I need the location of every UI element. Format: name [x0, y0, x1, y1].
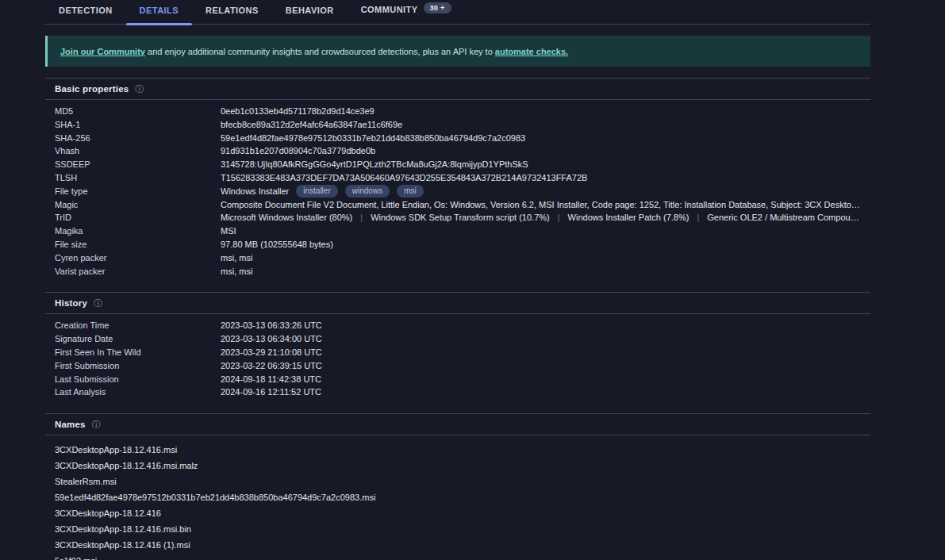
md5-value: 0eeb1c0133eb4d571178b2d9d14ce3e9 [221, 105, 861, 118]
trid-separator: | [697, 213, 699, 222]
list-item: StealerRsm.msi [45, 474, 870, 489]
row-label: Creation Time [55, 319, 221, 332]
tab-relations-label: RELATIONS [206, 6, 259, 15]
tab-details-label: DETAILS [140, 6, 179, 15]
table-row: File size 97.80 MB (102555648 bytes) [45, 238, 870, 251]
history-header: History ⓘ [45, 293, 870, 314]
list-item: 3CXDesktopApp-18.12.416.msi [45, 442, 870, 458]
tab-bar: DETECTION DETAILS RELATIONS BEHAVIOR COM… [45, 0, 870, 25]
tag-msi[interactable]: msi [397, 185, 424, 198]
cyren-packer-value: msi, msi [221, 251, 861, 265]
basic-properties-title: Basic properties [55, 84, 129, 94]
sha256-value: 59e1edf4d82fae4978e97512b0331b7eb21dd4b8… [221, 132, 861, 145]
row-label: File type [55, 185, 221, 198]
tab-community-label: COMMUNITY [361, 5, 418, 14]
table-row: Creation Time 2023-03-13 06:33:26 UTC [45, 319, 870, 332]
table-row: SHA-1 bfecb8ce89a312d2ef4afc64a63847ae11… [45, 118, 870, 132]
trid-item: Generic OLE2 / Multistream Compound (1.4… [707, 213, 861, 222]
community-banner-text: Join our Community and enjoy additional … [60, 47, 568, 56]
trid-separator: | [360, 213, 363, 222]
community-banner: Join our Community and enjoy additional … [45, 36, 870, 67]
trid-separator: | [558, 213, 560, 222]
info-icon[interactable]: ⓘ [135, 85, 144, 94]
magic-value: Composite Document File V2 Document, Lit… [221, 198, 861, 212]
file-type-text: Windows Installer [221, 186, 289, 196]
history-section: History ⓘ Creation Time 2023-03-13 06:33… [45, 292, 870, 413]
table-row: Last Analysis 2024-09-16 12:11:52 UTC [45, 385, 870, 399]
basic-properties-header: Basic properties ⓘ [45, 79, 870, 100]
row-label: Vhash [55, 144, 221, 158]
table-row: SSDEEP 3145728:UjIq80AfkRGgGGo4yrtD1PQLz… [45, 158, 870, 171]
magika-value: MSI [221, 224, 861, 238]
tab-details[interactable]: DETAILS [126, 6, 192, 24]
vhash-value: 91d931b1e207d08904c70a3779dbde0b [221, 144, 861, 158]
names-section: Names ⓘ 3CXDesktopApp-18.12.416.msi 3CXD… [45, 413, 870, 560]
list-item: 3CXDesktopApp-18.12.416 [45, 505, 870, 521]
list-item: 3CXDesktopApp-18.12.416.msi.malz [45, 458, 870, 474]
trid-item: Microsoft Windows Installer (80%) [221, 213, 352, 222]
tab-behavior[interactable]: BEHAVIOR [272, 6, 348, 24]
trid-item: Windows Installer Patch (7.8%) [568, 213, 690, 222]
history-rows: Creation Time 2023-03-13 06:33:26 UTC Si… [45, 314, 870, 413]
row-label: Signature Date [55, 332, 221, 346]
row-label: Last Submission [55, 373, 221, 386]
row-label: First Submission [55, 359, 221, 373]
info-icon[interactable]: ⓘ [92, 420, 101, 429]
names-title: Names [55, 420, 86, 429]
row-label: Varist packer [55, 265, 221, 278]
names-header: Names ⓘ [45, 414, 870, 435]
table-row: Magika MSI [45, 224, 870, 238]
trid-item: Windows SDK Setup Transform script (10.7… [371, 213, 550, 222]
last-analysis-value: 2024-09-16 12:11:52 UTC [221, 385, 861, 399]
basic-properties-rows: MD5 0eeb1c0133eb4d571178b2d9d14ce3e9 SHA… [45, 100, 870, 292]
tab-community[interactable]: COMMUNITY 30 + [348, 4, 465, 24]
community-count-badge: 30 + [424, 2, 451, 13]
sha1-value: bfecb8ce89a312d2ef4afc64a63847ae11c6f69e [221, 118, 861, 132]
last-submission-value: 2024-09-18 11:42:38 UTC [221, 373, 861, 386]
table-row: Magic Composite Document File V2 Documen… [45, 198, 870, 212]
table-row: Cyren packer msi, msi [45, 251, 870, 265]
row-label: SSDEEP [55, 158, 221, 171]
basic-properties-section: Basic properties ⓘ MD5 0eeb1c0133eb4d571… [45, 78, 870, 292]
row-label: Cyren packer [55, 251, 221, 265]
file-type-value: Windows Installer installer windows msi [221, 185, 861, 198]
table-row: First Seen In The Wild 2023-03-29 21:10:… [45, 346, 870, 359]
tab-relations[interactable]: RELATIONS [192, 6, 272, 24]
history-title: History [55, 298, 87, 308]
creation-time-value: 2023-03-13 06:33:26 UTC [221, 319, 861, 332]
list-item: 59e1edf4d82fae4978e97512b0331b7eb21dd4b8… [45, 489, 870, 505]
tab-detection-label: DETECTION [59, 6, 113, 15]
tlsh-value: T156283383E483A373DEF7DA73A506460A97643D… [221, 171, 861, 185]
tab-detection[interactable]: DETECTION [45, 6, 126, 24]
table-row: TLSH T156283383E483A373DEF7DA73A506460A9… [45, 171, 870, 185]
row-label: MD5 [55, 105, 221, 118]
banner-middle-text: and enjoy additional community insights … [148, 47, 493, 56]
tag-installer[interactable]: installer [296, 185, 337, 198]
names-list: 3CXDesktopApp-18.12.416.msi 3CXDesktopAp… [45, 435, 870, 560]
varist-packer-value: msi, msi [221, 265, 861, 278]
table-row: TrID Microsoft Windows Installer (80%)|W… [45, 211, 870, 224]
table-row: Vhash 91d931b1e207d08904c70a3779dbde0b [45, 144, 870, 158]
table-row: Signature Date 2023-03-13 06:34:00 UTC [45, 332, 870, 346]
trid-value: Microsoft Windows Installer (80%)|Window… [221, 211, 861, 224]
signature-date-value: 2023-03-13 06:34:00 UTC [221, 332, 861, 346]
row-label: SHA-1 [55, 118, 221, 132]
list-item: 3CXDesktopApp-18.12.416.msi.bin [45, 521, 870, 537]
automate-checks-link[interactable]: automate checks. [495, 47, 568, 56]
first-seen-value: 2023-03-29 21:10:08 UTC [221, 346, 861, 359]
file-size-value: 97.80 MB (102555648 bytes) [221, 238, 861, 251]
table-row: Last Submission 2024-09-18 11:42:38 UTC [45, 373, 870, 386]
details-page: DETECTION DETAILS RELATIONS BEHAVIOR COM… [45, 0, 870, 560]
row-label: First Seen In The Wild [55, 346, 221, 359]
table-row: Varist packer msi, msi [45, 265, 870, 278]
join-community-link[interactable]: Join our Community [60, 47, 145, 56]
info-icon[interactable]: ⓘ [94, 299, 102, 308]
tag-windows[interactable]: windows [345, 185, 390, 198]
row-label: TLSH [55, 171, 221, 185]
row-label: Magika [55, 224, 221, 238]
table-row: MD5 0eeb1c0133eb4d571178b2d9d14ce3e9 [45, 105, 870, 118]
row-label: SHA-256 [55, 132, 221, 145]
row-label: Magic [55, 198, 221, 212]
tab-behavior-label: BEHAVIOR [286, 6, 334, 15]
list-item: 3CXDesktopApp-18.12.416 (1).msi [45, 537, 870, 553]
